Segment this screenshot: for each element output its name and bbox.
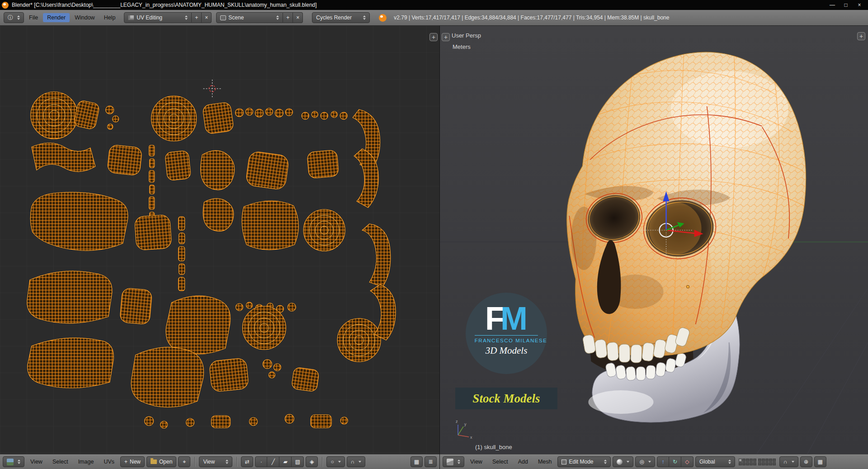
screen-layout-delete-button[interactable]: × (202, 12, 212, 23)
menu-window[interactable]: Window (71, 13, 99, 22)
pin-icon-button[interactable]: ⌖ (178, 456, 190, 467)
viewport-name-label: User Persp (452, 32, 481, 39)
pivot-point-dropdown[interactable]: ◎ (635, 456, 655, 467)
scene-value: Scene (228, 14, 244, 21)
minimize-button[interactable]: — (826, 0, 839, 10)
v3d-menu-add[interactable]: Add (514, 457, 532, 466)
vertex-select-icon[interactable]: ∙ (255, 456, 267, 467)
chevron-updown-icon (276, 15, 279, 20)
render-preview-icon[interactable]: ▦ (814, 456, 826, 467)
chevron-updown-icon (363, 15, 366, 20)
screen-layout-value: UV Editing (137, 14, 162, 21)
blender-app-icon (2, 2, 9, 9)
close-button[interactable]: × (853, 0, 866, 10)
face-select-icon[interactable]: ▰ (279, 456, 292, 467)
uv-editor-pane: + View Select Image UVs + New Open ⌖ (0, 26, 440, 469)
uv-view-dropdown[interactable]: View (199, 456, 232, 467)
scene-stats-text: v2.79 | Verts:17,417/17,417 | Edges:34,8… (394, 14, 669, 21)
active-object-label: (1) skull_bone (475, 444, 512, 450)
uv-menu-image[interactable]: Image (74, 457, 98, 466)
fm-models-label: 3D Models (466, 345, 547, 356)
snap-magnet-icon[interactable]: ∩ (347, 456, 366, 467)
viewport-units-label: Meters (453, 43, 471, 50)
window-title: Blender* [C:\Users\franc\Desktop\_______… (12, 2, 317, 8)
chevron-updown-icon (604, 460, 607, 464)
main-area: + View Select Image UVs + New Open ⌖ (0, 26, 868, 469)
edit-mode-icon (561, 460, 566, 464)
chevron-updown-icon (728, 460, 731, 464)
snap-target-icon[interactable]: ⊕ (800, 456, 812, 467)
v3d-menu-select[interactable]: Select (488, 457, 512, 466)
uv-menu-select[interactable]: Select (48, 457, 72, 466)
new-image-button[interactable]: + New (120, 456, 145, 467)
editor-type-button-image[interactable] (3, 456, 24, 467)
manipulator-rotate-icon[interactable]: ↻ (669, 456, 681, 467)
chevron-updown-icon (185, 15, 188, 20)
mode-value: Edit Mode (569, 459, 593, 465)
v3d-menu-mesh[interactable]: Mesh (534, 457, 556, 466)
editor-type-button-3d[interactable] (443, 456, 464, 467)
uv-list-toggle-icon[interactable]: ≣ (425, 456, 437, 467)
uv-menu-view[interactable]: View (26, 457, 47, 466)
chevron-updown-icon (226, 460, 228, 464)
menu-render[interactable]: Render (43, 13, 70, 22)
svg-text:z: z (456, 419, 458, 424)
chevron-updown-icon (648, 461, 651, 463)
island-select-icon[interactable]: ▧ (292, 456, 304, 467)
window-titlebar: Blender* [C:\Users\franc\Desktop\_______… (0, 0, 868, 10)
uv-sync-select-icon[interactable]: ⇄ (241, 456, 253, 467)
region-expand-icon[interactable]: + (857, 32, 865, 40)
uv-editor-header: View Select Image UVs + New Open ⌖ View … (0, 454, 439, 469)
region-expand-icon[interactable]: + (429, 33, 438, 41)
menu-help[interactable]: Help (100, 13, 120, 22)
shading-sphere-icon (617, 459, 623, 465)
maximize-button[interactable]: □ (839, 0, 853, 10)
viewport-header: View Select Add Mesh Edit Mode ◎ ↑ ↻ ◇ (440, 454, 868, 469)
manipulator-translate-icon[interactable]: ↑ (657, 456, 669, 467)
sticky-select-icon[interactable]: ◈ (306, 456, 318, 467)
menu-file[interactable]: File (25, 13, 42, 22)
screen-layout-dropdown[interactable]: UV Editing (124, 12, 192, 23)
scene-dropdown[interactable]: Scene (216, 12, 283, 23)
v3d-menu-view[interactable]: View (466, 457, 486, 466)
proportional-edit-icon[interactable]: ○ (326, 456, 344, 467)
window-controls: — □ × (826, 0, 866, 10)
object-origin-dot (687, 285, 689, 288)
mode-dropdown[interactable]: Edit Mode (557, 456, 611, 467)
snap-magnet-icon[interactable]: ∩ (779, 456, 798, 467)
pivot-icon: ◎ (639, 459, 644, 465)
viewport-canvas[interactable]: x y z User Persp Meters (1) skull_bone F… (440, 26, 868, 454)
edge-select-icon[interactable]: ╱ (267, 456, 279, 467)
scene-delete-button[interactable]: × (293, 12, 303, 23)
region-expand-icon[interactable]: + (442, 33, 450, 41)
render-engine-dropdown[interactable]: Cycles Render (312, 12, 370, 23)
uv-grid-toggle-icon[interactable]: ▦ (410, 456, 423, 467)
svg-text:y: y (464, 422, 467, 426)
chevron-updown-icon (18, 460, 20, 464)
uv-menu-uvs[interactable]: UVs (99, 457, 118, 466)
scene-icon (220, 15, 226, 20)
manipulator-toggle-group: ↑ ↻ ◇ (657, 456, 693, 467)
info-header: ⓘ File Render Window Help UV Editing + ×… (0, 10, 868, 26)
fm-watermark-logo: FM FRANCESCO MILANESE 3D Models (466, 293, 547, 374)
stock-models-banner: Stock Models (455, 388, 557, 409)
screen-layout-selector: UV Editing + × (124, 12, 212, 23)
manipulator-scale-icon[interactable]: ◇ (681, 456, 693, 467)
chevron-updown-icon (627, 461, 629, 463)
info-editor-icon: ⓘ (8, 14, 13, 22)
chevron-updown-icon (458, 460, 460, 464)
render-engine-value: Cycles Render (316, 14, 352, 21)
view3d-editor-icon (447, 459, 453, 465)
info-editor-type-button[interactable]: ⓘ (4, 12, 24, 23)
orientation-dropdown[interactable]: Global (695, 456, 735, 467)
uv-canvas[interactable]: + (0, 26, 439, 454)
orientation-value: Global (699, 459, 715, 465)
layers-widget[interactable] (739, 459, 776, 465)
screen-layout-add-button[interactable]: + (192, 12, 202, 23)
viewport-shading-dropdown[interactable] (613, 456, 633, 467)
scene-add-button[interactable]: + (283, 12, 293, 23)
image-editor-icon (7, 459, 14, 465)
uv-select-mode-group: ∙ ╱ ▰ ▧ (255, 456, 304, 467)
chevron-updown-icon (359, 461, 361, 463)
open-image-button[interactable]: Open (146, 456, 176, 467)
